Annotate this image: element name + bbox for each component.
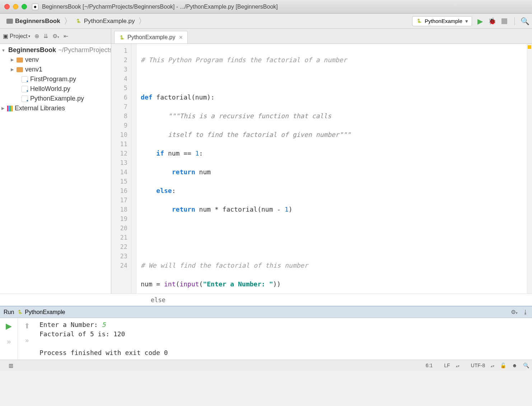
expand-button[interactable]: »	[7, 337, 11, 346]
editor-tab-active[interactable]: 🐍 PythonExample.py ✕	[114, 31, 188, 43]
run-controls-right: ⬆ »	[18, 318, 36, 360]
app-icon: ◆	[32, 4, 38, 10]
lock-icon[interactable]: 🔓	[500, 363, 506, 368]
warning-marker-icon[interactable]	[528, 45, 531, 49]
python-file-icon	[22, 76, 28, 83]
file-encoding[interactable]: UTF-8▴▾	[465, 363, 495, 368]
minimize-window-button[interactable]	[13, 4, 18, 9]
tree-label: BeginnersBook	[8, 46, 56, 54]
tree-label: venv	[25, 56, 39, 64]
tree-label: External Libraries	[15, 105, 65, 112]
project-panel-header: ▣ Project ▾ ⊕ ⇊ ⚙▾ ⇤	[0, 29, 111, 43]
folder-icon	[17, 67, 23, 72]
window-controls	[4, 4, 27, 9]
run-config-name: PythonExample	[25, 309, 65, 315]
tree-folder-venv1[interactable]: ▶ venv1	[0, 65, 111, 74]
tree-label: PythonExample.py	[30, 95, 84, 102]
console-output[interactable]: Enter a Number: 5 Factorial of 5 is: 120…	[36, 318, 532, 360]
run-panel-header: Run 🐍 PythonExample ⚙▾ ⭳	[0, 306, 532, 318]
stop-button[interactable]	[501, 18, 508, 25]
breadcrumb-label: BeginnersBook	[15, 18, 60, 25]
tree-label: venv1	[25, 66, 42, 73]
folder-icon	[6, 19, 13, 24]
cursor-position[interactable]: 6:1	[426, 363, 433, 368]
project-toolbar: ▣ Project ▾ ⊕ ⇊ ⚙▾ ⇤ 🐍 PythonExample.py …	[0, 29, 532, 44]
collapse-icon[interactable]: ⇊	[43, 33, 48, 40]
hide-panel-icon[interactable]: ⇤	[64, 33, 68, 40]
project-tree[interactable]: ▼ BeginnersBook ~/PycharmProjects/Beginn…	[0, 44, 111, 294]
chevron-right-icon: 〉	[64, 16, 72, 27]
project-view-selector[interactable]: ▣ Project ▾	[3, 33, 30, 40]
gear-icon[interactable]: ⚙▾	[511, 309, 518, 315]
search-button[interactable]: 🔍	[521, 18, 528, 25]
chevron-right-icon: 〉	[138, 16, 146, 27]
output-line: Process finished with exit code 0	[39, 348, 528, 357]
inspection-icon[interactable]: ☻	[512, 363, 517, 368]
tree-file[interactable]: PythonExample.py	[0, 94, 111, 103]
maximize-window-button[interactable]	[22, 4, 27, 9]
breadcrumb-file[interactable]: 🐍 PythonExample.py	[73, 16, 138, 26]
gear-icon[interactable]: ⚙▾	[52, 33, 59, 40]
tree-project-root[interactable]: ▼ BeginnersBook ~/PycharmProjects/Beginn…	[0, 45, 111, 55]
close-tab-icon[interactable]: ✕	[179, 34, 183, 40]
python-file-icon	[22, 86, 28, 92]
line-separator[interactable]: LF▴▾	[438, 363, 459, 368]
run-tool-window: Run 🐍 PythonExample ⚙▾ ⭳ ▶ » ⬆ » Enter a…	[0, 306, 532, 360]
expand-arrow-icon[interactable]: ▼	[1, 48, 5, 52]
fold-column[interactable]	[131, 44, 136, 294]
expand-button[interactable]: »	[25, 337, 29, 344]
tab-label: PythonExample.py	[127, 34, 175, 41]
breadcrumb-project[interactable]: BeginnersBook	[4, 16, 63, 26]
chevron-down-icon: ▾	[465, 18, 468, 24]
run-controls-left: ▶ »	[0, 318, 18, 360]
run-panel-body: ▶ » ⬆ » Enter a Number: 5 Factorial of 5…	[0, 318, 532, 360]
tree-label: HelloWorld.py	[30, 85, 70, 93]
editor-breadcrumb[interactable]: else	[0, 294, 532, 306]
python-file-icon: 🐍	[17, 309, 23, 315]
user-input: 5	[102, 321, 106, 328]
run-config-label: PythonExample	[425, 18, 462, 24]
breadcrumb: BeginnersBook 〉 🐍 PythonExample.py 〉	[4, 16, 412, 27]
target-icon[interactable]: ⊕	[34, 33, 39, 40]
close-window-button[interactable]	[4, 4, 10, 9]
tree-file[interactable]: FirstProgram.py	[0, 74, 111, 84]
tree-path: ~/PycharmProjects/BeginnersBook	[58, 46, 111, 54]
expand-arrow-icon[interactable]: ▶	[11, 67, 16, 72]
main-area: ▼ BeginnersBook ~/PycharmProjects/Beginn…	[0, 44, 532, 294]
expand-arrow-icon[interactable]: ▶	[11, 57, 16, 62]
python-file-icon	[22, 96, 28, 102]
tree-folder-venv[interactable]: ▶ venv	[0, 55, 111, 65]
code-editor[interactable]: 123456789101112131415161718192021222324 …	[111, 44, 532, 294]
status-bar: ▥ 6:1 LF▴▾ UTF-8▴▾ 🔓 ☻ 🔍	[0, 360, 532, 370]
python-file-icon: 🐍	[416, 18, 423, 24]
breadcrumb-label: PythonExample.py	[84, 18, 135, 25]
libraries-icon	[7, 106, 13, 111]
line-number-gutter: 123456789101112131415161718192021222324	[111, 44, 131, 294]
download-icon[interactable]: ⭳	[523, 309, 528, 315]
code-content[interactable]: # This Python Program finds the factoria…	[136, 44, 532, 294]
rerun-button[interactable]: ▶	[6, 322, 12, 331]
search-icon[interactable]: 🔍	[523, 363, 529, 368]
chevron-down-icon: ▾	[28, 34, 30, 38]
run-title: Run	[4, 309, 14, 315]
window-title: BeginnersBook [~/PycharmProjects/Beginne…	[42, 4, 278, 10]
project-label: Project	[10, 33, 28, 40]
error-stripe[interactable]	[527, 44, 532, 294]
output-line: Enter a Number:	[39, 321, 102, 328]
up-arrow-icon[interactable]: ⬆	[24, 322, 30, 330]
expand-arrow-icon[interactable]: ▶	[1, 106, 6, 111]
editor-tabs: 🐍 PythonExample.py ✕	[111, 29, 532, 43]
toolbar-actions: ▶ 🐞 🔍	[476, 17, 528, 25]
output-line: Factorial of 5 is: 120	[39, 329, 528, 339]
debug-button[interactable]: 🐞	[489, 18, 496, 25]
window-titlebar: ◆ BeginnersBook [~/PycharmProjects/Begin…	[0, 0, 532, 14]
tree-file[interactable]: HelloWorld.py	[0, 84, 111, 94]
run-configuration-selector[interactable]: 🐍 PythonExample ▾	[412, 16, 472, 26]
tree-external-libraries[interactable]: ▶ External Libraries	[0, 103, 111, 113]
run-button[interactable]: ▶	[476, 18, 484, 25]
breadcrumb-scope: else	[151, 296, 165, 304]
python-file-icon: 🐍	[119, 34, 125, 41]
tree-label: FirstProgram.py	[30, 75, 76, 83]
python-file-icon: 🐍	[75, 18, 82, 24]
tool-windows-icon[interactable]: ▥	[9, 363, 13, 368]
